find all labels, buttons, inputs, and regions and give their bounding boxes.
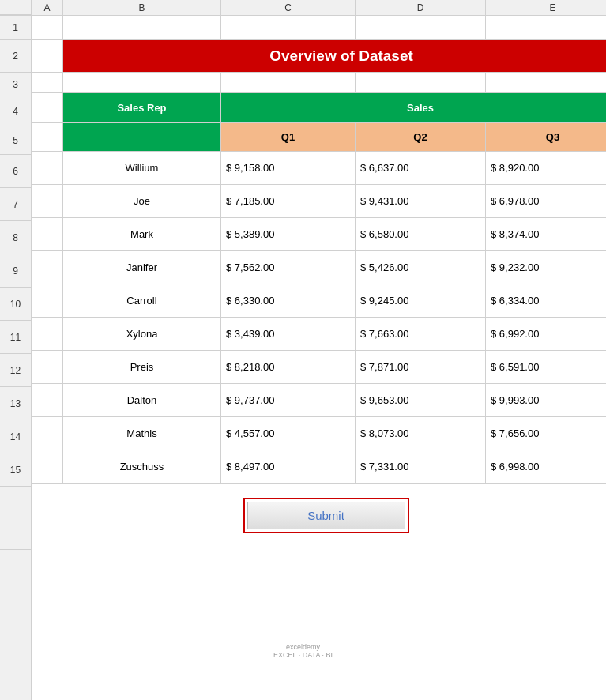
cell-c1 <box>221 16 356 39</box>
cell-q1-5: $ 3,439.00 <box>221 318 356 350</box>
cell-q1-3: $ 7,562.00 <box>221 251 356 284</box>
cell-name-1: Joe <box>63 185 221 217</box>
cell-e3 <box>486 73 606 92</box>
cell-b1 <box>63 16 221 39</box>
cell-name-9: Zuschuss <box>63 450 221 483</box>
grid-row-1 <box>32 16 606 40</box>
cell-d3 <box>356 73 486 92</box>
title-text: Overview of Dataset <box>269 47 413 65</box>
cell-q3-8: $ 7,656.00 <box>486 417 606 450</box>
sales-rep-header-row5 <box>63 123 221 151</box>
cell-q3-5: $ 6,992.00 <box>486 318 606 350</box>
cell-b3 <box>63 73 221 92</box>
col-header-a: A <box>32 0 63 15</box>
cell-a4 <box>32 93 63 122</box>
cell-q1-7: $ 9,737.00 <box>221 384 356 416</box>
row-num-11: 11 <box>0 321 31 354</box>
cell-q3-1: $ 6,978.00 <box>486 185 606 217</box>
cell-q2-8: $ 8,073.00 <box>356 417 486 450</box>
q2-header: Q2 <box>356 123 486 151</box>
cell-c3 <box>221 73 356 92</box>
grid-row-8: Mark $ 5,389.00 $ 6,580.00 $ 8,374.00 <box>32 218 606 251</box>
cell-a12 <box>32 351 63 383</box>
cell-q1-4: $ 6,330.00 <box>221 284 356 317</box>
cell-e1 <box>486 16 606 39</box>
cell-q2-4: $ 9,245.00 <box>356 284 486 317</box>
submit-button[interactable]: Submit <box>247 502 405 529</box>
cell-q2-2: $ 6,580.00 <box>356 218 486 250</box>
grid-content: Overview of Dataset Sales Rep <box>32 16 606 700</box>
cell-q3-9: $ 6,998.00 <box>486 450 606 483</box>
row-num-3: 3 <box>0 73 31 96</box>
grid-row-5: Q1 Q2 Q3 <box>32 123 606 152</box>
grid-row-2: Overview of Dataset <box>32 40 606 73</box>
row-num-12: 12 <box>0 354 31 387</box>
col-header-c: C <box>221 0 356 15</box>
cell-name-3: Janifer <box>63 251 221 284</box>
cell-q2-7: $ 9,653.00 <box>356 384 486 416</box>
cell-q3-7: $ 9,993.00 <box>486 384 606 416</box>
cell-q2-1: $ 9,431.00 <box>356 185 486 217</box>
cell-name-7: Dalton <box>63 384 221 416</box>
cell-name-4: Carroll <box>63 284 221 317</box>
cell-d1 <box>356 16 486 39</box>
sales-label: Sales <box>407 102 434 114</box>
cell-a5 <box>32 123 63 151</box>
grid-row-14: Mathis $ 4,557.00 $ 8,073.00 $ 7,656.00 <box>32 417 606 450</box>
cell-a13 <box>32 384 63 416</box>
grid-row-13: Dalton $ 9,737.00 $ 9,653.00 $ 9,993.00 <box>32 384 606 417</box>
col-header-d: D <box>356 0 486 15</box>
row-num-9: 9 <box>0 254 31 288</box>
row-num-6: 6 <box>0 155 31 188</box>
cell-name-2: Mark <box>63 218 221 250</box>
q1-header: Q1 <box>221 123 356 151</box>
grid-row-12: Preis $ 8,218.00 $ 7,871.00 $ 6,591.00 <box>32 351 606 384</box>
sales-rep-label: Sales Rep <box>117 102 166 114</box>
cell-q2-0: $ 6,637.00 <box>356 152 486 184</box>
cell-name-5: Xylona <box>63 318 221 350</box>
cell-a10 <box>32 284 63 317</box>
row-num-1: 1 <box>0 16 31 40</box>
cell-q2-6: $ 7,871.00 <box>356 351 486 383</box>
cell-q1-6: $ 8,218.00 <box>221 351 356 383</box>
grid-row-10: Carroll $ 6,330.00 $ 9,245.00 $ 6,334.00 <box>32 284 606 318</box>
q2-label: Q2 <box>413 131 427 143</box>
cell-q2-5: $ 7,663.00 <box>356 318 486 350</box>
grid-row-4: Sales Rep Sales <box>32 93 606 123</box>
cell-a14 <box>32 417 63 450</box>
grid-row-3 <box>32 73 606 93</box>
row-num-10: 10 <box>0 288 31 321</box>
grid-row-9: Janifer $ 7,562.00 $ 5,426.00 $ 9,232.00 <box>32 251 606 284</box>
sales-rep-header: Sales Rep <box>63 93 221 122</box>
col-header-e: E <box>486 0 606 15</box>
q3-label: Q3 <box>546 131 559 143</box>
spreadsheet-body: 1 2 3 4 5 6 7 8 9 10 11 12 13 14 15 <box>0 16 606 700</box>
column-headers: A B C D E <box>0 0 606 16</box>
row-num-5: 5 <box>0 126 31 155</box>
col-header-b: B <box>63 0 221 15</box>
grid-row-15: Zuschuss $ 8,497.00 $ 7,331.00 $ 6,998.0… <box>32 450 606 484</box>
grid-row-11: Xylona $ 3,439.00 $ 7,663.00 $ 6,992.00 <box>32 318 606 351</box>
row-headers: 1 2 3 4 5 6 7 8 9 10 11 12 13 14 15 <box>0 16 32 700</box>
cell-q3-2: $ 8,374.00 <box>486 218 606 250</box>
cell-q1-9: $ 8,497.00 <box>221 450 356 483</box>
submit-row: Submit <box>32 484 606 547</box>
cell-q3-0: $ 8,920.00 <box>486 152 606 184</box>
cell-q1-0: $ 9,158.00 <box>221 152 356 184</box>
row-num-2: 2 <box>0 40 31 73</box>
row-num-extra <box>0 487 31 550</box>
cell-a6 <box>32 152 63 184</box>
cell-q2-9: $ 7,331.00 <box>356 450 486 483</box>
cell-a8 <box>32 218 63 250</box>
cell-name-6: Preis <box>63 351 221 383</box>
cell-q1-1: $ 7,185.00 <box>221 185 356 217</box>
cell-a1 <box>32 16 63 39</box>
corner-cell <box>0 0 32 15</box>
cell-q1-8: $ 4,557.00 <box>221 417 356 450</box>
cell-a15 <box>32 450 63 483</box>
row-num-4: 4 <box>0 96 31 126</box>
cell-a7 <box>32 185 63 217</box>
spreadsheet-app: A B C D E 1 2 3 4 5 6 7 8 9 10 11 12 13 … <box>0 0 606 700</box>
cell-q3-3: $ 9,232.00 <box>486 251 606 284</box>
row-num-7: 7 <box>0 188 31 221</box>
